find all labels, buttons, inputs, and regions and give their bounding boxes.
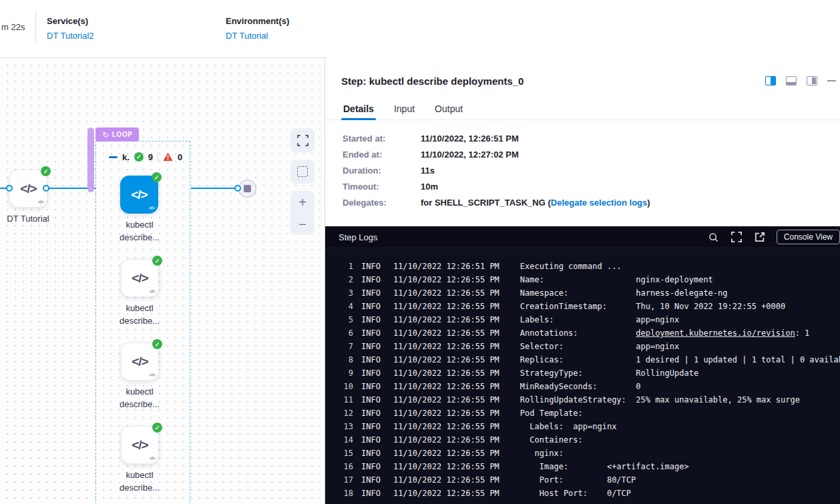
success-check-icon: ✓ xyxy=(152,339,162,349)
log-message: Image: <+artifact.image> xyxy=(520,462,689,471)
log-level: INFO xyxy=(361,435,381,445)
log-line-number: 4 xyxy=(335,302,353,311)
node-label-line: describe... xyxy=(103,314,176,327)
detail-row: Duration:11s xyxy=(343,166,840,176)
code-mini-icon: </> xyxy=(149,455,155,461)
search-button[interactable] xyxy=(708,232,718,242)
node-label: DT Tutorial xyxy=(0,212,65,225)
topbar-divider xyxy=(35,11,36,42)
layout-bottom-icon[interactable] xyxy=(786,76,797,85)
node-label-line: kubectl xyxy=(103,302,176,314)
environment-link[interactable]: DT Tutorial xyxy=(226,31,289,41)
panel-layout-controls xyxy=(765,76,836,85)
zoom-in-button[interactable]: + xyxy=(290,191,314,213)
code-icon: </> xyxy=(132,271,148,286)
node-dt-tutorial[interactable]: </> </> ✓ xyxy=(9,170,47,208)
tab-output[interactable]: Output xyxy=(433,97,465,119)
fullscreen-button[interactable] xyxy=(731,232,742,242)
connector-dot[interactable] xyxy=(6,185,13,192)
layout-split-icon[interactable] xyxy=(765,76,776,85)
code-icon: </> xyxy=(132,354,148,369)
log-line: 2INFO11/10/2022 12:26:55 PMName: nginx-d… xyxy=(325,273,840,286)
log-timestamp: 11/10/2022 12:26:55 PM xyxy=(393,382,499,391)
log-line: 15INFO11/10/2022 12:26:55 PM nginx: xyxy=(325,447,840,460)
log-message: Name: nginx-deployment xyxy=(520,275,713,284)
log-line-number: 14 xyxy=(335,435,353,445)
log-line: 18INFO11/10/2022 12:26:55 PM Host Port: … xyxy=(325,487,840,500)
tab-input[interactable]: Input xyxy=(392,97,417,119)
zoom-out-button[interactable]: − xyxy=(290,213,314,235)
code-icon: </> xyxy=(131,188,147,202)
log-lines[interactable]: 1INFO11/10/2022 12:26:51 PMExecuting com… xyxy=(325,248,840,504)
edge-loop-to-end xyxy=(191,188,239,189)
code-mini-icon: </> xyxy=(37,199,43,205)
log-level: INFO xyxy=(361,422,381,431)
log-message: nginx: xyxy=(520,449,564,458)
tab-details[interactable]: Details xyxy=(341,97,376,119)
service-link[interactable]: DT Tutorial2 xyxy=(47,31,94,41)
success-check-icon: ✓ xyxy=(152,423,162,433)
log-timestamp: 11/10/2022 12:26:55 PM xyxy=(393,462,499,471)
node-label-line: kubectl xyxy=(103,385,176,398)
log-line: 8INFO11/10/2022 12:26:55 PMReplicas: 1 d… xyxy=(325,353,840,366)
log-line-number: 11 xyxy=(335,395,353,405)
log-line: 11INFO11/10/2022 12:26:55 PMRollingUpdat… xyxy=(325,393,840,407)
log-line: 5INFO11/10/2022 12:26:55 PMLabels: app=n… xyxy=(325,313,840,326)
log-message: Containers: xyxy=(520,435,583,445)
node-kubectl-describe[interactable]: </></>✓ xyxy=(121,426,159,464)
status-separator xyxy=(158,152,158,162)
node-label: kubectldescribe... xyxy=(103,385,176,411)
step-details-section: Step: kubectl describe deployments_0 Det… xyxy=(325,57,840,226)
step-logs-title: Step Logs xyxy=(339,232,708,242)
stop-node[interactable] xyxy=(238,180,256,198)
log-line: 14INFO11/10/2022 12:26:55 PM Containers: xyxy=(325,433,840,447)
log-timestamp: 11/10/2022 12:26:55 PM xyxy=(393,409,499,418)
log-link[interactable]: deployment.kubernetes.io/revision xyxy=(636,328,795,338)
node-label: kubectldescribe... xyxy=(103,302,176,327)
log-line-number: 9 xyxy=(335,368,353,378)
log-line-number: 13 xyxy=(335,422,353,431)
detail-value: 11/10/2022, 12:27:02 PM xyxy=(421,150,519,160)
service-label: Service(s) xyxy=(47,16,94,26)
log-message: Host Port: 0/TCP xyxy=(520,489,631,498)
success-check-icon: ✓ xyxy=(134,152,144,162)
execution-topbar: m 22s Service(s) DT Tutorial2 Environmen… xyxy=(0,0,840,57)
log-line: 10INFO11/10/2022 12:26:55 PMMinReadySeco… xyxy=(325,380,840,393)
layout-right-icon[interactable] xyxy=(807,76,817,85)
log-level: INFO xyxy=(361,328,381,338)
collapse-icon[interactable] xyxy=(109,156,118,158)
minimize-icon[interactable] xyxy=(827,80,836,81)
loop-badge[interactable]: ↻ LOOP xyxy=(95,128,139,142)
node-label-line: describe... xyxy=(103,398,176,411)
loop-badge-label: LOOP xyxy=(112,131,133,138)
fit-view-button[interactable] xyxy=(290,128,314,152)
fullscreen-icon xyxy=(731,232,742,242)
log-timestamp: 11/10/2022 12:26:51 PM xyxy=(393,262,499,271)
console-view-button[interactable]: Console View xyxy=(777,230,840,244)
search-icon xyxy=(708,232,718,242)
log-timestamp: 11/10/2022 12:26:55 PM xyxy=(393,355,499,364)
marquee-select-button[interactable] xyxy=(290,160,314,184)
warning-triangle-icon xyxy=(163,152,173,162)
open-in-new-icon xyxy=(755,232,765,242)
log-line: 12INFO11/10/2022 12:26:55 PMPod Template… xyxy=(325,407,840,420)
log-timestamp: 11/10/2022 12:26:55 PM xyxy=(393,342,499,351)
node-label: kubectldescribe... xyxy=(103,218,176,244)
log-level: INFO xyxy=(361,302,381,311)
log-line-number: 10 xyxy=(335,382,353,391)
connector-dot[interactable] xyxy=(43,185,49,192)
detail-label: Ended at: xyxy=(343,150,421,160)
node-label-line: kubectl xyxy=(103,469,176,481)
node-kubectl-describe[interactable]: </></>✓ xyxy=(121,342,159,381)
node-kubectl-describe[interactable]: </></>✓ xyxy=(121,259,159,297)
pipeline-canvas[interactable]: ↻ LOOP k. ✓ 9 0 </> </> ✓ DT Tutorial </… xyxy=(0,57,325,504)
log-level: INFO xyxy=(361,409,381,418)
connector-dot[interactable] xyxy=(234,185,241,192)
open-in-new-button[interactable] xyxy=(755,232,765,242)
log-timestamp: 11/10/2022 12:26:55 PM xyxy=(393,395,499,405)
success-check-icon: ✓ xyxy=(152,172,162,182)
node-kubectl-describe[interactable]: </></>✓ xyxy=(120,176,158,214)
log-line-number: 3 xyxy=(335,288,353,298)
delegate-selection-logs-link[interactable]: Delegate selection logs xyxy=(551,198,648,208)
detail-value: 11s xyxy=(421,166,435,176)
